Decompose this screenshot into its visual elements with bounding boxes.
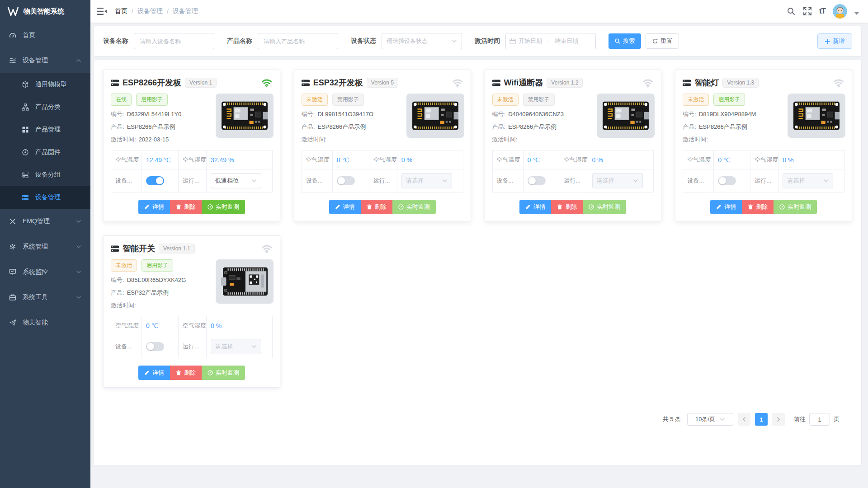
sidebar-item-device-group[interactable]: 设备分组	[0, 164, 90, 186]
chevron-down-icon	[823, 178, 829, 183]
device-card-actions: 详情 删除 实时监测	[104, 366, 280, 380]
sidebar-item-home[interactable]: 首页	[0, 23, 90, 48]
delete-button[interactable]: 删除	[361, 200, 392, 214]
device-properties-table: 空气温度 0 ℃ 空气湿度 0 % 设备... 运行... 请选择	[302, 150, 463, 192]
chevron-down-icon	[76, 269, 81, 275]
device-submenu: 通用物模型 产品分类 产品管理 产品固件 设备分组 设备管理	[0, 73, 90, 209]
device-card-actions: 详情 删除 实时监测	[104, 200, 280, 214]
sidebar-item-emq[interactable]: EMQ管理	[0, 209, 90, 234]
device-name[interactable]: 智能开关	[123, 243, 155, 254]
monitor-button-label: 实时监测	[597, 203, 620, 211]
user-menu-caret-icon[interactable]	[854, 12, 859, 15]
device-card: Wifi通断器 Version 1.2 未激活 禁用影子 编号:D4040964…	[485, 70, 662, 222]
delete-button-label: 删除	[756, 203, 768, 211]
monitor-button[interactable]: 实时监测	[392, 200, 436, 214]
delete-button[interactable]: 删除	[170, 200, 202, 214]
wifi-status-icon	[642, 78, 654, 88]
sidebar-item-system-monitor[interactable]: 系统监控	[0, 259, 90, 285]
device-name-input[interactable]	[134, 33, 214, 49]
search-icon[interactable]	[787, 7, 796, 16]
activation-time-label: 激活时间	[475, 37, 500, 45]
font-size-icon[interactable]: tT	[819, 7, 826, 16]
device-switch[interactable]	[528, 176, 546, 185]
device-name[interactable]: ESP8266开发板	[123, 77, 181, 88]
monitor-icon	[9, 268, 16, 276]
device-status-select[interactable]: 请选择设备状态	[382, 33, 462, 49]
product-line: 产品:ESP8266产品示例	[111, 123, 211, 131]
reset-button[interactable]: 重置	[646, 33, 679, 49]
run-mode-select[interactable]: 请选择	[211, 339, 261, 354]
device-status-tag: 未激活	[111, 259, 137, 272]
delete-button[interactable]: 删除	[170, 366, 202, 380]
sidebar-item-product-firmware[interactable]: 产品固件	[0, 141, 90, 164]
device-card-header: Wifi通断器 Version 1.2	[485, 70, 661, 88]
breadcrumb: 首页 / 设备管理 / 设备管理	[115, 7, 198, 15]
date-range-picker[interactable]: 开始日期 - 结束日期	[505, 33, 596, 49]
chevron-left-icon	[742, 417, 746, 422]
device-status-label: 设备状态	[351, 37, 376, 45]
detail-button[interactable]: 详情	[138, 366, 170, 380]
trash-icon	[748, 204, 753, 210]
sidebar-item-product-category[interactable]: 产品分类	[0, 96, 90, 118]
trash-icon	[367, 204, 372, 210]
sidebar-item-device-management[interactable]: 设备管理	[0, 48, 90, 73]
prev-page-button[interactable]	[738, 413, 750, 426]
device-type-icon	[111, 80, 119, 86]
page-number-current[interactable]: 1	[755, 413, 768, 426]
monitor-button-label: 实时监测	[216, 203, 239, 211]
detail-button[interactable]: 详情	[519, 200, 551, 214]
activated-label: 激活时间:	[492, 136, 518, 143]
edit-icon	[144, 370, 150, 375]
device-switch[interactable]	[337, 176, 355, 185]
avatar[interactable]	[833, 4, 847, 19]
add-button[interactable]: 新增	[817, 33, 852, 49]
device-name[interactable]: ESP32开发板	[313, 77, 363, 88]
reset-button-label: 重置	[660, 37, 672, 45]
sidebar-collapse-icon[interactable]	[97, 7, 107, 15]
monitor-button[interactable]: 实时监测	[202, 200, 245, 214]
sidebar-item-system-management[interactable]: 系统管理	[0, 234, 90, 259]
app-title: 物美智能系统	[24, 7, 64, 16]
sidebar-item-system-tools[interactable]: 系统工具	[0, 285, 90, 310]
product-line: 产品:ESP32产品示例	[111, 289, 211, 297]
product-label: 产品:	[111, 123, 124, 130]
sidebar-item-thing-model[interactable]: 通用物模型	[0, 73, 90, 96]
delete-button[interactable]: 删除	[742, 200, 774, 214]
detail-button[interactable]: 详情	[710, 200, 742, 214]
device-name[interactable]: 智能灯	[694, 77, 719, 88]
shadow-status-tag: 启用影子	[142, 259, 173, 272]
run-mode-select[interactable]: 请选择	[592, 173, 643, 188]
device-switch-label: 设备...	[302, 169, 333, 192]
monitor-button[interactable]: 实时监测	[202, 366, 245, 380]
detail-button[interactable]: 详情	[329, 200, 361, 214]
gear-icon	[9, 243, 16, 250]
breadcrumb-separator: /	[132, 8, 133, 15]
run-mode-value: 请选择	[787, 177, 805, 185]
sidebar-item-device-list[interactable]: 设备管理	[0, 186, 90, 209]
run-mode-select[interactable]: 请选择	[783, 173, 833, 188]
device-name[interactable]: Wifi通断器	[504, 77, 543, 88]
paper-plane-icon	[9, 319, 16, 326]
device-switch[interactable]	[146, 342, 164, 351]
monitor-button[interactable]: 实时监测	[583, 200, 626, 214]
device-switch[interactable]	[718, 176, 736, 185]
goto-page-input[interactable]	[809, 413, 830, 426]
fullscreen-icon[interactable]	[803, 7, 812, 16]
run-mode-select[interactable]: 低速档位	[211, 173, 261, 188]
detail-button[interactable]: 详情	[138, 200, 170, 214]
run-mode-select[interactable]: 请选择	[401, 173, 452, 188]
sidebar-item-product-management[interactable]: 产品管理	[0, 118, 90, 141]
search-button[interactable]: 搜索	[609, 33, 641, 49]
next-page-button[interactable]	[772, 413, 785, 426]
delete-button[interactable]: 删除	[551, 200, 583, 214]
breadcrumb-device-management[interactable]: 设备管理	[137, 7, 163, 15]
product-name-input[interactable]	[258, 33, 338, 49]
refresh-icon	[652, 38, 658, 44]
product-label: 产品:	[302, 123, 315, 130]
device-switch[interactable]	[146, 176, 164, 185]
run-mode-value: 请选择	[215, 343, 233, 351]
sidebar-item-wumei[interactable]: 物美智能	[0, 310, 90, 335]
breadcrumb-home[interactable]: 首页	[115, 7, 127, 15]
page-size-select[interactable]: 10条/页	[687, 413, 733, 426]
monitor-button[interactable]: 实时监测	[774, 200, 817, 214]
